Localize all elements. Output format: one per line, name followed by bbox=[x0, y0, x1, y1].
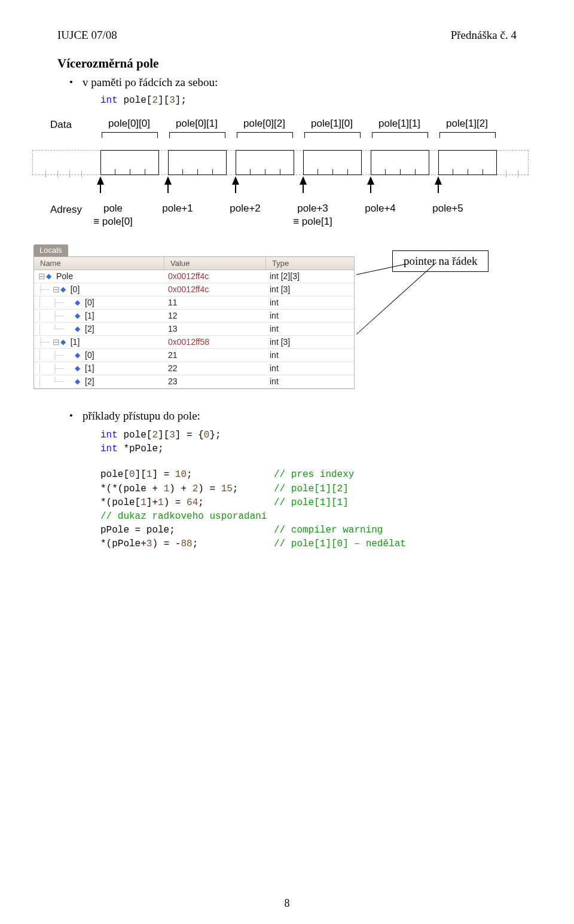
variable-icon: ◆ bbox=[75, 311, 83, 320]
decl-line: int pole[2][3]; bbox=[100, 95, 517, 106]
tree-toggle-icon[interactable]: ⊟ bbox=[52, 284, 60, 294]
code-block: int pole[2][3] = {0}; int *pPole; pole[0… bbox=[100, 429, 517, 552]
variable-icon: ◆ bbox=[46, 272, 54, 280]
variable-icon: ◆ bbox=[75, 377, 83, 385]
addr-4-a: pole+4 bbox=[353, 203, 407, 215]
addr-0-b: ≡ pole[0] bbox=[80, 216, 146, 228]
idx-0: pole[0][0] bbox=[99, 118, 159, 130]
table-row: │ └─ ◆[2]23int bbox=[34, 375, 354, 388]
bullet-list-1: v paměti po řádcích za sebou: bbox=[57, 76, 517, 89]
variable-icon: ◆ bbox=[60, 338, 69, 346]
section-title: Vícerozměrná pole bbox=[57, 56, 517, 71]
addr-3-b: ≡ pole[1] bbox=[280, 216, 346, 228]
memory-diagram: Data Adresy pole[0][0] pole[0][1] pole[0… bbox=[50, 115, 517, 235]
idx-4: pole[1][1] bbox=[370, 118, 429, 130]
diagram-data-label: Data bbox=[50, 119, 72, 131]
table-row: │ └─ ◆[2]13int bbox=[34, 323, 354, 336]
idx-2: pole[0][2] bbox=[234, 118, 294, 130]
col-type: Type bbox=[266, 257, 354, 270]
bullet-list-2: příklady přístupu do pole: bbox=[57, 409, 517, 423]
variable-icon: ◆ bbox=[60, 285, 69, 293]
debugger-panel: Locals Name Value Type ⊟◆Pole0x0012ff4ci… bbox=[33, 244, 356, 389]
bullet-item-1: v paměti po řádcích za sebou: bbox=[83, 76, 517, 89]
variable-icon: ◆ bbox=[75, 364, 83, 372]
variable-icon: ◆ bbox=[75, 298, 83, 307]
idx-5: pole[1][2] bbox=[437, 118, 497, 130]
debugger-header: Name Value Type bbox=[34, 257, 354, 270]
debugger-tab: Locals bbox=[33, 244, 68, 256]
col-value: Value bbox=[164, 257, 266, 270]
header-left: IUJCE 07/08 bbox=[57, 29, 117, 42]
table-row: │ ├─ ◆[0]21int bbox=[34, 349, 354, 362]
diagram-addr-label: Adresy bbox=[50, 204, 82, 216]
table-row: ⊟◆Pole0x0012ff4cint [2][3] bbox=[34, 270, 354, 283]
addr-1-a: pole+1 bbox=[151, 203, 204, 215]
tree-toggle-icon[interactable]: ⊟ bbox=[52, 337, 60, 347]
bullet-item-2: příklady přístupu do pole: bbox=[83, 409, 517, 423]
idx-1: pole[0][1] bbox=[167, 118, 227, 130]
addr-0-a: pole bbox=[86, 203, 140, 215]
idx-3: pole[1][0] bbox=[302, 118, 362, 130]
tree-toggle-icon[interactable]: ⊟ bbox=[38, 271, 46, 281]
table-row: ├─ ⊟◆[1]0x0012ff58int [3] bbox=[34, 336, 354, 349]
page-number: 8 bbox=[0, 897, 574, 910]
header-right: Přednáška č. 4 bbox=[451, 29, 517, 42]
variable-icon: ◆ bbox=[75, 325, 83, 333]
variable-icon: ◆ bbox=[75, 351, 83, 359]
pointer-note: pointer na řádek bbox=[392, 250, 488, 272]
addr-3-a: pole+3 bbox=[286, 203, 340, 215]
table-row: ├─ ⊟◆[0]0x0012ff4cint [3] bbox=[34, 283, 354, 296]
table-row: │ ├─ ◆[0]11int bbox=[34, 296, 354, 310]
col-name: Name bbox=[34, 257, 164, 270]
addr-5-a: pole+5 bbox=[421, 203, 475, 215]
table-row: │ ├─ ◆[1]12int bbox=[34, 310, 354, 323]
addr-2-a: pole+2 bbox=[218, 203, 272, 215]
table-row: │ ├─ ◆[1]22int bbox=[34, 362, 354, 375]
